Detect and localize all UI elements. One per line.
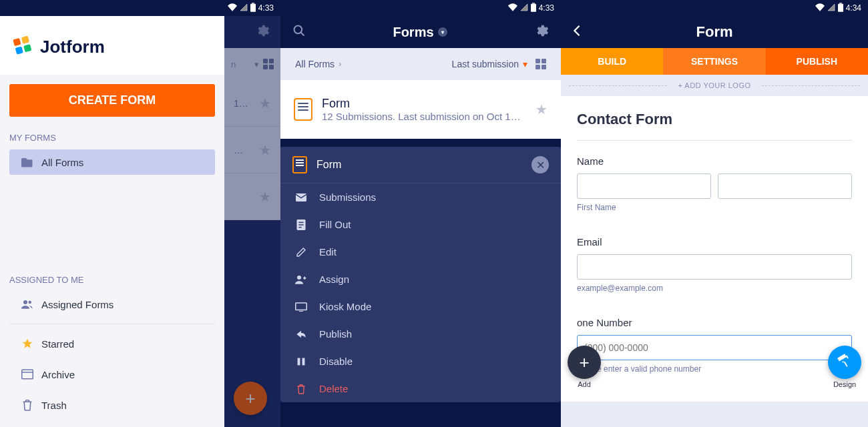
form-icon — [294, 98, 312, 121]
chevron-down-icon: ▾ — [254, 59, 259, 69]
logo-text: Jotform — [40, 37, 105, 57]
svg-rect-16 — [298, 226, 301, 227]
jotform-logo-icon — [11, 33, 35, 60]
fab-design: Design — [828, 346, 861, 388]
menu-item-publish[interactable]: Publish — [280, 320, 561, 348]
sidebar: Jotform CREATE FORM MY FORMS All Forms A… — [0, 16, 224, 427]
fab-design-label: Design — [828, 380, 861, 388]
trash-icon — [295, 384, 307, 394]
filter-all-forms[interactable]: All Forms › — [295, 59, 341, 69]
status-bar: 4:34 — [561, 0, 868, 16]
email-input[interactable] — [577, 254, 852, 280]
svg-rect-21 — [838, 3, 843, 11]
status-time: 4:33 — [539, 3, 554, 13]
menu-title: Form — [316, 159, 341, 171]
peek-row: ★ — [224, 173, 280, 220]
fab-add: + Add — [568, 346, 601, 388]
fab-add-button[interactable]: + — [234, 382, 267, 415]
svg-point-6 — [23, 300, 27, 304]
gear-icon[interactable] — [534, 23, 549, 41]
screen-form-menu: 4:33 Forms ▾ All Forms › Last submission… — [280, 0, 561, 427]
field-label-email: Email — [577, 236, 852, 248]
form-canvas: Contact Form Name First Name Email examp… — [561, 96, 868, 402]
svg-rect-18 — [296, 303, 307, 310]
svg-rect-10 — [532, 3, 535, 3]
tabs: BUILD SETTINGS PUBLISH — [561, 48, 868, 75]
add-logo-button[interactable]: + ADD YOUR LOGO — [561, 75, 868, 96]
status-bar: 4:33 — [280, 0, 561, 16]
search-icon[interactable] — [292, 24, 306, 40]
phone-input[interactable] — [577, 335, 852, 360]
paint-roller-icon — [837, 354, 852, 371]
menu-item-delete[interactable]: Delete — [280, 375, 561, 402]
sidebar-item-starred[interactable]: Starred — [9, 331, 215, 356]
sub-label-email: example@example.com — [577, 284, 852, 293]
tab-settings[interactable]: SETTINGS — [663, 48, 765, 75]
fab-add-button[interactable]: + — [568, 346, 601, 379]
share-icon — [295, 330, 307, 339]
svg-rect-0 — [250, 3, 256, 11]
sidebar-item-label: All Forms — [41, 157, 83, 168]
divider — [9, 324, 215, 324]
sidebar-item-label: Assigned Forms — [41, 299, 114, 310]
header-title[interactable]: Forms ▾ — [393, 25, 447, 40]
sidebar-item-label: Starred — [41, 338, 74, 350]
svg-rect-5 — [23, 44, 31, 52]
gear-icon[interactable] — [255, 23, 270, 41]
sub-label-first-name: First Name — [577, 203, 852, 212]
pause-icon — [295, 357, 307, 366]
section-my-forms: MY FORMS — [0, 126, 224, 147]
header: Form — [561, 16, 868, 48]
last-name-input[interactable] — [718, 173, 852, 199]
star-outline-icon: ★ — [259, 95, 271, 111]
form-subtitle: 12 Submissions. Last submission on Oct 1… — [322, 111, 526, 122]
menu-item-disable[interactable]: Disable — [280, 348, 561, 375]
battery-icon — [838, 3, 843, 14]
menu-item-fill-out[interactable]: Fill Out — [280, 211, 561, 238]
menu-item-edit[interactable]: Edit — [280, 238, 561, 266]
first-name-input[interactable] — [577, 173, 711, 199]
signal-icon — [520, 3, 528, 13]
sidebar-item-archive[interactable]: Archive — [9, 362, 215, 387]
wifi-icon — [228, 3, 237, 13]
sidebar-item-trash[interactable]: Trash — [9, 392, 215, 418]
sidebar-item-all-forms[interactable]: All Forms — [9, 149, 215, 175]
create-form-button[interactable]: CREATE FORM — [9, 84, 215, 117]
context-menu: Form ✕ Submissions Fill Out Edit Assign … — [280, 147, 561, 402]
svg-rect-2 — [13, 38, 21, 46]
mail-icon — [295, 193, 307, 201]
sort-last-submission[interactable]: Last submission ▾ — [452, 59, 527, 69]
header-title: Form — [696, 23, 733, 41]
tab-build[interactable]: BUILD — [561, 48, 663, 75]
grid-view-icon[interactable] — [535, 59, 546, 69]
back-icon[interactable] — [573, 25, 581, 40]
sidebar-item-assigned-forms[interactable]: Assigned Forms — [9, 292, 215, 317]
fab-add-label: Add — [568, 380, 601, 388]
menu-header: Form ✕ — [280, 147, 561, 183]
fab-design-button[interactable] — [828, 346, 861, 379]
edit-icon — [295, 247, 307, 258]
screen-sidebar: 4:33 Jotform CREATE FORM MY FORMS All Fo… — [0, 0, 280, 427]
menu-item-kiosk[interactable]: Kiosk Mode — [280, 293, 561, 320]
wifi-icon — [815, 3, 825, 13]
monitor-icon — [295, 302, 307, 312]
svg-rect-14 — [298, 222, 303, 222]
peek-row: 1… ★ — [224, 80, 280, 127]
person-add-icon — [295, 275, 307, 284]
editor-area: + ADD YOUR LOGO Contact Form Name First … — [561, 75, 868, 427]
section-assigned: ASSIGNED TO ME — [0, 268, 224, 289]
tab-publish[interactable]: PUBLISH — [766, 48, 868, 75]
peek-filter: n ▾ — [224, 48, 280, 80]
star-outline-icon[interactable]: ★ — [535, 101, 548, 117]
menu-item-assign[interactable]: Assign — [280, 266, 561, 293]
field-label-phone: one Number — [577, 317, 852, 328]
star-icon — [21, 338, 33, 350]
close-icon[interactable]: ✕ — [531, 156, 549, 173]
svg-point-11 — [294, 26, 302, 34]
form-list-item[interactable]: Form 12 Submissions. Last submission on … — [280, 80, 561, 139]
svg-rect-4 — [15, 46, 23, 54]
sidebar-item-label: Trash — [41, 400, 67, 411]
menu-item-submissions[interactable]: Submissions — [280, 183, 561, 211]
wifi-icon — [508, 3, 517, 13]
form-title[interactable]: Contact Form — [577, 111, 852, 141]
